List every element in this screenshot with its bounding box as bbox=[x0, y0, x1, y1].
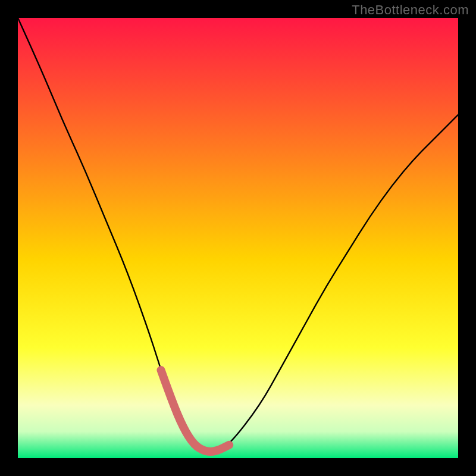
chart-svg bbox=[18, 18, 458, 458]
heat-background bbox=[18, 18, 458, 458]
plot-area bbox=[18, 18, 458, 458]
chart-frame: TheBottleneck.com bbox=[0, 0, 476, 476]
watermark-text: TheBottleneck.com bbox=[352, 2, 469, 18]
